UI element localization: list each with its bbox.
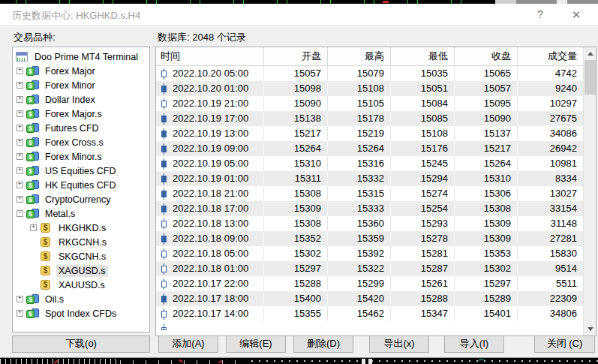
tree-item[interactable]: + $ $ CryptoCurrency	[13, 192, 149, 206]
table-row[interactable]: 2022.10.17 14:00 15355 15462 15347 15401…	[156, 306, 596, 321]
expander-icon[interactable]: +	[17, 139, 23, 146]
expander-icon[interactable]: +	[30, 224, 37, 231]
column-header-volume: 成交量	[518, 47, 583, 65]
tree-item[interactable]: + $ $ HKGHKD.s	[13, 221, 149, 235]
tree-item[interactable]: + $ $ Forex Minor.s	[13, 149, 149, 164]
tree-item[interactable]: + $ $ Forex Major	[13, 64, 149, 78]
table-row[interactable]: 2022.10.19 13:00 15217 15219 15108 15137…	[156, 126, 596, 141]
volume-cell: 5511	[518, 276, 583, 291]
tree-item[interactable]: + $ $ Forex Major.s	[13, 107, 149, 121]
open-cell: 15217	[264, 126, 328, 141]
tree-item-label: Forex Minor	[43, 80, 98, 92]
column-header-close: 收盘	[455, 47, 518, 65]
tree-item[interactable]: $ $ SKGCNH.s	[13, 249, 149, 263]
symbol-coin-icon: $	[41, 251, 50, 261]
time-cell: 2022.10.18 09:00	[156, 231, 264, 246]
close-icon[interactable]: ✕	[565, 7, 587, 23]
low-cell: 15294	[391, 171, 455, 186]
help-button[interactable]: ?	[529, 7, 551, 23]
volume-cell: 10297	[518, 96, 583, 111]
table-row[interactable]: 2022.10.19 21:00 15090 15105 15084 15095…	[156, 96, 596, 111]
volume-cell: 4742	[518, 66, 583, 81]
expander-icon[interactable]: +	[17, 153, 23, 160]
expander-icon[interactable]: +	[17, 167, 23, 174]
low-cell: 15288	[391, 291, 455, 306]
symbol-coin-icon: $	[41, 237, 50, 247]
expander-icon[interactable]: +	[17, 296, 23, 302]
tree-item-label: US Equities CFD	[43, 165, 118, 177]
low-cell: 15287	[391, 261, 455, 276]
close-button[interactable]: 关闭 (C)	[534, 335, 595, 353]
open-cell: 15302	[264, 246, 328, 261]
close-cell: 15306	[455, 186, 518, 201]
scroll-down-button[interactable]	[584, 323, 596, 335]
tree-item-icon: $ $	[26, 209, 39, 219]
add-button[interactable]: 添加(A)	[158, 335, 218, 353]
scrollbar-thumb[interactable]	[584, 60, 596, 95]
export-button[interactable]: 导出(x)	[369, 335, 429, 353]
low-cell: 15281	[391, 246, 455, 261]
table-row[interactable]: 2022.10.18 17:00 15309 15333 15254 15308…	[156, 201, 596, 216]
candle-icon	[161, 233, 167, 245]
expander-icon[interactable]: +	[17, 96, 23, 103]
import-button[interactable]: 导入(I)	[444, 335, 504, 353]
open-cell: 15308	[264, 186, 328, 201]
history-table: 时间 开盘 最高 最低 收盘 成交量 2022.10.20 05:00 1505…	[155, 47, 596, 336]
open-cell: 15057	[264, 66, 328, 81]
expander-icon[interactable]: +	[17, 182, 23, 188]
high-cell: 15333	[328, 201, 391, 216]
high-cell: 15316	[328, 156, 391, 171]
time-cell: 2022.10.17 22:00	[156, 276, 264, 291]
tree-item[interactable]: + $ $ US Equities CFD	[13, 164, 149, 178]
volume-cell: 26942	[518, 141, 583, 156]
table-row[interactable]: 2022.10.19 09:00 15264 15264 15176 15217…	[156, 141, 596, 156]
open-cell: 15311	[264, 171, 328, 186]
edit-button[interactable]: 编辑(E)	[226, 335, 286, 353]
table-row[interactable]: 2022.10.20 05:00 15057 15079 15035 15065…	[156, 66, 596, 81]
time-cell: 2022.10.19 01:00	[156, 171, 264, 186]
tree-item[interactable]: + $ $ HK Equities CFD	[13, 178, 149, 192]
column-header-low: 最低	[391, 47, 455, 65]
table-row[interactable]: 2022.10.17 22:00 15288 15299 15261 15297…	[156, 276, 596, 291]
download-button[interactable]: 下载(o)	[12, 335, 150, 353]
tree-item[interactable]: + $ $ Forex Minor	[13, 78, 149, 92]
tree-item[interactable]: + $ $ Dollar Index	[13, 92, 149, 107]
expander-icon[interactable]: +	[17, 82, 23, 89]
table-row[interactable]: 2022.10.18 01:00 15297 15322 15287 15302…	[156, 261, 596, 276]
table-row[interactable]: 2022.10.19 17:00 15138 15178 15085 15090…	[156, 111, 596, 126]
tree-item-icon: $ $	[26, 123, 39, 134]
tree-item[interactable]: $ $ Doo Prime MT4 Terminal	[13, 50, 149, 64]
expander-icon[interactable]: +	[17, 310, 23, 317]
tree-item[interactable]: $ $ XAUUSD.s	[13, 278, 149, 292]
expander-icon[interactable]: +	[17, 125, 23, 131]
time-cell: 2022.10.19 05:00	[156, 156, 264, 171]
table-row[interactable]: 2022.10.18 21:00 15308 15315 15274 15306…	[156, 186, 596, 201]
volume-cell: 31148	[518, 216, 583, 231]
table-row[interactable]: 2022.10.18 09:00 15352 15359 15278 15309…	[156, 231, 596, 246]
scroll-up-button[interactable]	[584, 47, 596, 60]
table-row[interactable]: 2022.10.19 01:00 15311 15332 15294 15310…	[156, 171, 596, 186]
tree-item[interactable]: + $ $ Spot Index CFDs	[13, 306, 149, 320]
expander-icon[interactable]: +	[17, 110, 23, 117]
tree-item[interactable]: + $ $ Futures CFD	[13, 121, 149, 135]
table-row[interactable]: 2022.10.18 05:00 15302 15392 15281 15353…	[156, 246, 596, 261]
expander-icon[interactable]: +	[17, 68, 23, 74]
table-scrollbar[interactable]	[583, 47, 596, 335]
tree-item[interactable]: - $ $ Metal.s	[13, 206, 149, 221]
table-row[interactable]: 2022.10.18 13:00 15308 15360 15293 15309…	[156, 216, 596, 231]
table-row[interactable]: 2022.10.20 01:00 15098 15108 15051 15057…	[156, 81, 596, 96]
close-cell: 15308	[455, 201, 518, 216]
expander-icon[interactable]: +	[17, 196, 23, 203]
expander-icon[interactable]: -	[17, 210, 23, 217]
table-row[interactable]: 2022.10.19 05:00 15310 15316 15245 15264…	[156, 156, 596, 171]
volume-cell: 10981	[518, 156, 583, 171]
delete-button[interactable]: 删除(D)	[293, 335, 353, 353]
tree-item[interactable]: $ $ RKGCNH.s	[13, 235, 149, 249]
tree-item[interactable]: $ $ XAGUSD.s	[13, 263, 149, 278]
table-row[interactable]: 2022.10.17 18:00 15400 15420 15288 15289…	[156, 291, 596, 306]
time-cell: 2022.10.18 01:00	[156, 261, 264, 276]
tree-item[interactable]: + $ $ Forex Cross.s	[13, 135, 149, 149]
tree-item[interactable]: + $ $ Oil.s	[13, 292, 149, 306]
volume-cell: 8334	[518, 171, 583, 186]
open-cell: 15355	[264, 306, 328, 321]
